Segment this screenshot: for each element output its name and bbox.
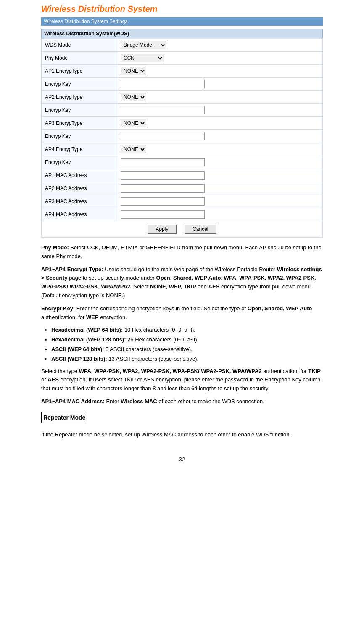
field-input-cell xyxy=(117,208,323,221)
ap-mac-text2: of each other to make the WDS connection… xyxy=(157,398,264,404)
select-type-text3: or xyxy=(41,376,47,383)
ap-encrypt-and: and xyxy=(196,283,208,290)
bullet-item: ASCII (WEP 128 bits): 13 ASCII character… xyxy=(51,355,323,364)
select-type-text1: Select the type xyxy=(41,368,79,374)
bullet-text: 26 Hex characters (0~9, a~f). xyxy=(126,336,199,343)
apply-button[interactable]: Apply xyxy=(148,225,176,234)
repeater-mode-section: Repeater Mode If the Repeater mode be se… xyxy=(41,412,323,439)
encrypt-key-title: Encrypt Key: xyxy=(41,305,75,312)
field-input-cell xyxy=(117,182,323,195)
field-label: AP4 EncrypType xyxy=(42,143,117,156)
form-row: Encryp Key xyxy=(42,130,323,143)
field-text-input[interactable] xyxy=(121,106,205,114)
field-label: Phy Mode xyxy=(42,52,117,65)
encrypt-key-text2: authentication, for xyxy=(41,314,86,320)
ap-encrypt-desc: AP1~AP4 Encrypt Type: Users should go to… xyxy=(41,265,323,300)
form-row: AP3 MAC Address xyxy=(42,195,323,208)
phy-mode-desc: Phy Mode: Select CCK, OFDM, HTMIX or GRE… xyxy=(41,243,323,261)
field-select-wds-mode[interactable]: Bridge ModeRepeater Mode xyxy=(121,41,166,49)
encrypt-key-bold2: WEP xyxy=(86,314,99,320)
form-row: Encryp Key xyxy=(42,104,323,117)
select-type-bold1: WPA, WPA-PSK, WPA2, WPA2-PSK xyxy=(79,368,170,374)
field-input-cell: NONEWEPTKIPAES xyxy=(117,65,323,78)
page-wrapper: Wireless Distribution System Wireless Di… xyxy=(0,0,364,629)
field-input-cell xyxy=(117,104,323,117)
field-input-cell xyxy=(117,130,323,143)
field-select-ap3-encryptype[interactable]: NONEWEPTKIPAES xyxy=(121,119,146,127)
field-label: AP4 MAC Address xyxy=(42,208,117,221)
ap-mac-text: Enter xyxy=(105,398,121,404)
field-input-cell xyxy=(117,78,323,91)
field-text-input[interactable] xyxy=(121,184,205,193)
page-footer: 32 xyxy=(179,456,185,467)
form-row: AP4 MAC Address xyxy=(42,208,323,221)
page-number: 32 xyxy=(179,456,185,462)
field-input-cell: NONEWEPTKIPAES xyxy=(117,117,323,130)
content-area: Wireless Distribution System Wireless Di… xyxy=(37,4,327,444)
ap-encrypt-title: AP1~AP4 Encrypt Type: xyxy=(41,266,103,272)
field-text-input[interactable] xyxy=(121,132,205,140)
bullet-text: 10 Hex characters (0~9, a~f). xyxy=(123,327,195,333)
description-area: Phy Mode: Select CCK, OFDM, HTMIX or GRE… xyxy=(41,243,323,439)
field-label: Encryp Key xyxy=(42,130,117,143)
field-input-cell xyxy=(117,195,323,208)
bullet-list: Hexadecimal (WEP 64 bits): 10 Hex charac… xyxy=(51,326,323,363)
field-input-cell xyxy=(117,156,323,169)
field-text-input[interactable] xyxy=(121,171,205,180)
field-text-input[interactable] xyxy=(121,197,205,206)
form-row: WDS ModeBridge ModeRepeater Mode xyxy=(42,39,323,52)
encrypt-key-desc: Encrypt Key: Enter the corresponding enc… xyxy=(41,304,323,322)
ap-encrypt-none: NONE, WEP, TKIP xyxy=(150,283,196,290)
bullet-bold: ASCII (WEP 128 bits): xyxy=(51,356,107,362)
field-label: AP1 EncrypType xyxy=(42,65,117,78)
field-label: Encryp Key xyxy=(42,104,117,117)
field-input-cell: CCKOFDMHTMIXGREENFIELD xyxy=(117,52,323,65)
cancel-button[interactable]: Cancel xyxy=(185,225,216,234)
ap-encrypt-text4: . Select xyxy=(130,283,150,290)
field-label: AP3 EncrypType xyxy=(42,117,117,130)
form-row: AP4 EncrypTypeNONEWEPTKIPAES xyxy=(42,143,323,156)
field-text-input[interactable] xyxy=(121,210,205,219)
phy-mode-title: Phy Mode: xyxy=(41,244,69,251)
ap-mac-title: AP1~AP4 MAC Address: xyxy=(41,398,105,404)
field-label: AP2 MAC Address xyxy=(42,182,117,195)
field-input-cell: NONEWEPTKIPAES xyxy=(117,143,323,156)
field-label: WDS Mode xyxy=(42,39,117,52)
field-input-cell xyxy=(117,169,323,182)
field-input-cell: NONEWEPTKIPAES xyxy=(117,91,323,104)
field-text-input[interactable] xyxy=(121,80,205,88)
bullet-item: Hexadecimal (WEP 64 bits): 10 Hex charac… xyxy=(51,326,323,335)
form-row: AP2 EncrypTypeNONEWEPTKIPAES xyxy=(42,91,323,104)
select-type-text4: encryption. If users select TKIP or AES … xyxy=(41,376,320,391)
field-text-input[interactable] xyxy=(121,158,205,166)
encrypt-key-text1: Enter the corresponding encryption keys … xyxy=(75,305,247,312)
ap-encrypt-text3: , xyxy=(314,275,316,281)
repeater-mode-text: If the Repeater mode be selected, set up… xyxy=(41,431,323,439)
form-row: AP2 MAC Address xyxy=(42,182,323,195)
form-row: Encryp Key xyxy=(42,78,323,91)
phy-mode-text: Select CCK, OFDM, HTMIX or GREENFIELD fr… xyxy=(41,244,322,259)
bullet-text: 5 ASCII characters (case-sensitive). xyxy=(104,346,192,352)
field-select-ap4-encryptype[interactable]: NONEWEPTKIPAES xyxy=(121,145,146,153)
repeater-mode-title: Repeater Mode xyxy=(41,412,87,423)
field-label: AP3 MAC Address xyxy=(42,195,117,208)
select-type-bold2: , WPA-PSK/ WPA2-PSK, WPA/WPA2 xyxy=(169,368,261,374)
field-select-ap1-encryptype[interactable]: NONEWEPTKIPAES xyxy=(121,67,146,75)
section-header: Wireless Distribution System Settings. xyxy=(41,17,323,26)
encrypt-key-text3: encryption. xyxy=(99,314,127,320)
wds-form-table: WDS ModeBridge ModeRepeater ModePhy Mode… xyxy=(41,38,323,221)
wds-section-title: Wireless Distribution System(WDS) xyxy=(41,29,323,38)
ap-encrypt-text1: Users should go to the main web page of … xyxy=(103,266,277,272)
ap-encrypt-aes: AES xyxy=(208,283,220,290)
field-label: Encryp Key xyxy=(42,156,117,169)
select-type-bold3: TKIP xyxy=(308,368,321,374)
ap-encrypt-modes2: WPA-PSK/ WPA2-PSK, WPA/WPA2 xyxy=(41,283,130,290)
field-label: Encryp Key xyxy=(42,78,117,91)
ap-mac-desc: AP1~AP4 MAC Address: Enter Wireless MAC … xyxy=(41,397,323,406)
page-title: Wireless Distribution System xyxy=(41,4,323,14)
button-row: Apply Cancel xyxy=(41,221,323,238)
form-row: AP3 EncrypTypeNONEWEPTKIPAES xyxy=(42,117,323,130)
ap-encrypt-modes: Open, Shared, WEP Auto, WPA, WPA-PSK, WP… xyxy=(156,275,315,281)
field-select-ap2-encryptype[interactable]: NONEWEPTKIPAES xyxy=(121,93,146,101)
field-select-phy-mode[interactable]: CCKOFDMHTMIXGREENFIELD xyxy=(121,54,164,62)
